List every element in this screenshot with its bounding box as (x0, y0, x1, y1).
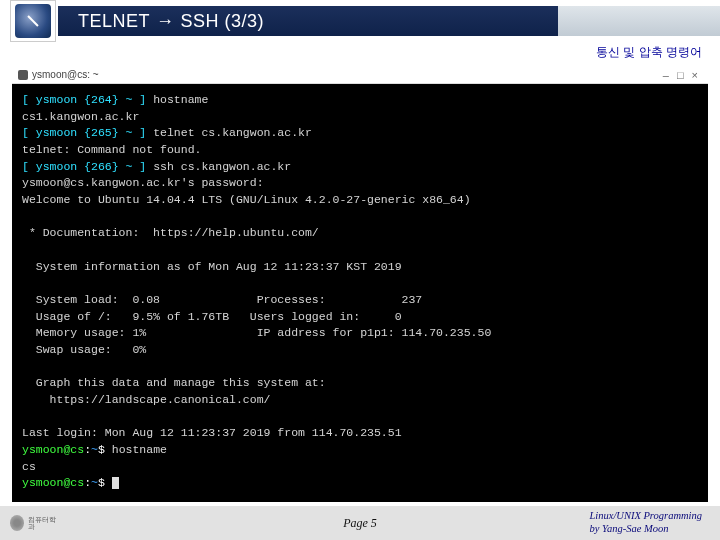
slide-header: TELNET → SSH (3/3) (0, 0, 720, 44)
cursor-icon (112, 477, 119, 489)
output-sys-l2: Usage of /: 9.5% of 1.76TB Users logged … (22, 310, 402, 323)
slide-credits: Linux/UNIX Programming by Yang-Sae Moon (590, 509, 703, 535)
footer-logo-text: 컴퓨터학과 (28, 516, 60, 530)
slide-subtitle: 통신 및 압축 명령어 (596, 44, 702, 61)
footer-logo-mark (10, 515, 24, 531)
ps-colon-1: : (84, 443, 91, 456)
output-sys-l1: System load: 0.08 Processes: 237 (22, 293, 422, 306)
output-graph-1: Graph this data and manage this system a… (22, 376, 326, 389)
cmd-2: telnet cs.kangwon.ac.kr (153, 126, 312, 139)
output-sys-l3: Memory usage: 1% IP address for p1p1: 11… (22, 326, 491, 339)
output-password-prompt: ysmoon@cs.kangwon.ac.kr's password: (22, 176, 264, 189)
ps-dollar-2: $ (98, 476, 112, 489)
header-logo-art (15, 4, 51, 38)
ps-path-2: ~ (91, 476, 98, 489)
ps-user-1: ysmoon@cs (22, 443, 84, 456)
cmd-1: hostname (153, 93, 208, 106)
window-close-button[interactable]: × (692, 69, 698, 81)
terminal-body[interactable]: [ ysmoon {264} ~ ] hostname cs1.kangwon.… (12, 84, 708, 502)
header-logo (10, 0, 56, 42)
footer-logo: 컴퓨터학과 (0, 515, 60, 531)
cmd-hostname-2: hostname (112, 443, 167, 456)
arrow-icon: → (156, 11, 175, 32)
page-number: Page 5 (343, 516, 377, 531)
window-titlebar: ysmoon@cs: ~ – □ × (12, 66, 708, 84)
credit-line-1: Linux/UNIX Programming (590, 509, 703, 522)
ps-path-1: ~ (91, 443, 98, 456)
title-post: SSH (3/3) (181, 11, 265, 32)
prompt-1: [ ysmoon {264} ~ ] (22, 93, 153, 106)
terminal-window: ysmoon@cs: ~ – □ × [ ysmoon {264} ~ ] ho… (12, 66, 708, 502)
window-tab-label: ysmoon@cs: ~ (32, 69, 99, 80)
slide-title: TELNET → SSH (3/3) (58, 6, 558, 36)
output-last-login: Last login: Mon Aug 12 11:23:37 2019 fro… (22, 426, 402, 439)
output-telnet-err: telnet: Command not found. (22, 143, 201, 156)
output-sysinfo-header: System information as of Mon Aug 12 11:2… (22, 260, 402, 273)
ps-colon-2: : (84, 476, 91, 489)
ps-dollar-1: $ (98, 443, 112, 456)
ps-user-2: ysmoon@cs (22, 476, 84, 489)
cmd-3: ssh cs.kangwon.ac.kr (153, 160, 291, 173)
output-host1: cs1.kangwon.ac.kr (22, 110, 139, 123)
terminal-icon (18, 70, 28, 80)
output-doc: * Documentation: https://help.ubuntu.com… (22, 226, 319, 239)
prompt-2: [ ysmoon {265} ~ ] (22, 126, 153, 139)
output-graph-2: https://landscape.canonical.com/ (22, 393, 270, 406)
output-host2: cs (22, 460, 36, 473)
title-pre: TELNET (78, 11, 150, 32)
output-sys-l4: Swap usage: 0% (22, 343, 146, 356)
output-welcome: Welcome to Ubuntu 14.04.4 LTS (GNU/Linux… (22, 193, 471, 206)
window-maximize-button[interactable]: □ (677, 69, 684, 81)
credit-line-2: by Yang-Sae Moon (590, 522, 703, 535)
prompt-3: [ ysmoon {266} ~ ] (22, 160, 153, 173)
slide-footer: 컴퓨터학과 Page 5 Linux/UNIX Programming by Y… (0, 506, 720, 540)
window-minimize-button[interactable]: – (663, 69, 669, 81)
